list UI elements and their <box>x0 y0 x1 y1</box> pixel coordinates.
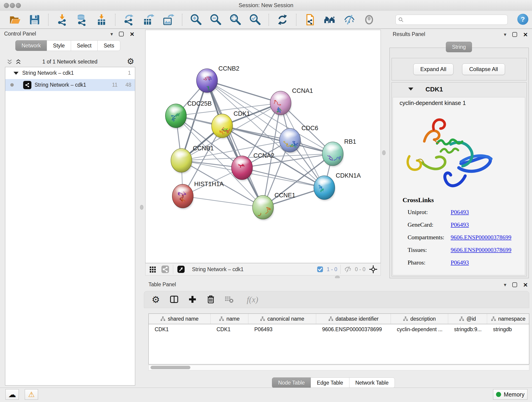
left-splitter-grip[interactable] <box>140 205 143 210</box>
column-header-canonical-name[interactable]: canonical name <box>248 314 316 324</box>
zoom-selected-button[interactable] <box>249 13 261 26</box>
results-panel-float-icon[interactable] <box>512 32 517 37</box>
node-CCNE1[interactable] <box>253 196 274 223</box>
table-cell[interactable]: stringdb:9... <box>448 324 487 334</box>
tab-string[interactable]: String <box>446 42 472 52</box>
delete-column-button[interactable] <box>206 294 216 305</box>
import-table-button[interactable] <box>95 13 108 26</box>
export-table-button[interactable] <box>143 13 155 26</box>
search-field[interactable] <box>395 15 508 25</box>
crosslink-link[interactable]: P06493 <box>451 209 469 216</box>
table-panel-close-icon[interactable]: ✕ <box>523 283 528 287</box>
expand-all-button[interactable]: Expand All <box>413 64 453 75</box>
network-options-gear-icon[interactable]: ⚙ <box>127 57 134 65</box>
node-CCNA1[interactable] <box>270 91 291 116</box>
share-document-button[interactable] <box>304 13 316 26</box>
right-splitter-grip[interactable] <box>382 150 386 155</box>
tab-sets[interactable]: Sets <box>97 40 120 51</box>
memory-button[interactable]: Memory <box>493 389 527 400</box>
table-cell[interactable]: CDK1 <box>210 324 248 334</box>
table-cell[interactable]: CDK1 <box>149 324 210 334</box>
zoom-out-button[interactable] <box>209 13 222 26</box>
browser-home-button[interactable] <box>323 13 336 26</box>
column-header-@id[interactable]: @id <box>448 314 487 324</box>
node-CCNA2[interactable] <box>231 156 253 181</box>
control-panel-float-icon[interactable] <box>119 32 124 36</box>
tab-network[interactable]: Network <box>15 40 47 51</box>
control-panel-close-icon[interactable]: ✕ <box>130 32 134 36</box>
table-row[interactable]: CDK1CDK1P064939606.ENSP00000378699cyclin… <box>149 324 529 334</box>
results-panel-collapse-icon[interactable]: ▾ <box>504 32 506 37</box>
network-row[interactable]: String Network – cdk1 11 48 <box>5 79 135 91</box>
search-input[interactable] <box>404 15 507 24</box>
node-RB1[interactable] <box>322 142 343 167</box>
edge-HIST1H1A-CCNE1[interactable] <box>183 196 263 207</box>
table-options-gear-button[interactable]: ⚙ <box>151 294 161 305</box>
table-cell[interactable]: 9606.ENSP00000378699 <box>316 324 391 334</box>
zoom-in-button[interactable] <box>190 13 202 26</box>
collection-expand-icon[interactable] <box>13 72 19 75</box>
view-grid-button[interactable] <box>148 265 157 274</box>
scrollbar-thumb[interactable] <box>151 366 190 369</box>
import-network-database-button[interactable] <box>76 13 88 26</box>
zoom-fit-button[interactable] <box>229 13 241 26</box>
export-image-button[interactable] <box>162 13 175 26</box>
node-HIST1H1A[interactable] <box>172 184 194 209</box>
crosslink-link[interactable]: 9606.ENSP00000378699 <box>451 234 511 241</box>
column-header-namespace[interactable]: namespace <box>487 314 529 324</box>
table-horizontal-scrollbar[interactable] <box>148 365 529 370</box>
save-session-button[interactable] <box>28 13 41 26</box>
zoom-out-icon <box>209 13 222 26</box>
node-CDKN1A[interactable] <box>314 176 335 201</box>
control-panel-collapse-icon[interactable]: ▾ <box>110 32 113 36</box>
network-collection-row[interactable]: String Network – cdk1 1 <box>5 67 135 79</box>
column-header-name[interactable]: name <box>210 314 248 324</box>
tab-style[interactable]: Style <box>47 40 71 51</box>
help-button[interactable]: ? <box>517 14 528 25</box>
tab-edge-table[interactable]: Edge Table <box>311 377 349 388</box>
create-column-button[interactable] <box>187 294 198 305</box>
column-header-shared-name[interactable]: shared name <box>149 314 210 324</box>
refresh-button[interactable] <box>276 13 289 26</box>
edge-CCNB2-CCNA1[interactable] <box>207 81 280 103</box>
table-panel-collapse-icon[interactable]: ▾ <box>504 283 506 287</box>
column-header-database-identifier[interactable]: database identifier <box>316 314 391 324</box>
crosslink-link[interactable]: 9606.ENSP00000378699 <box>451 247 511 254</box>
show-columns-button[interactable] <box>169 294 179 305</box>
tab-select[interactable]: Select <box>71 40 98 51</box>
tab-node-table[interactable]: Node Table <box>272 377 311 388</box>
open-session-button[interactable] <box>9 13 21 26</box>
view-share-button[interactable] <box>161 265 170 274</box>
delete-table-button[interactable] <box>224 294 234 305</box>
table-panel-float-icon[interactable] <box>512 282 517 287</box>
gene-section-header[interactable]: CDK1 <box>392 83 526 97</box>
eye-slash-button[interactable] <box>343 13 355 26</box>
results-panel-close-icon[interactable]: ✕ <box>523 32 528 37</box>
gene-collapse-icon[interactable] <box>408 88 413 90</box>
crosslink-link[interactable]: P06493 <box>451 221 469 228</box>
import-network-file-button[interactable] <box>56 13 68 26</box>
function-builder-button[interactable]: f(x) <box>242 294 263 305</box>
selected-checkbox-icon[interactable] <box>317 266 323 273</box>
table-cell[interactable]: P06493 <box>248 324 316 334</box>
edge-CCNB2-CCNE1[interactable] <box>207 81 263 207</box>
network-graph[interactable]: CCNB2CCNA1CDC25BCDK1CDC6RB1CCNB1CCNA2CDK… <box>146 30 380 263</box>
warnings-button[interactable]: ⚠ <box>25 389 38 400</box>
table-cell[interactable]: cyclin-dependent ... <box>391 324 448 334</box>
export-network-button[interactable] <box>123 13 135 26</box>
fit-selected-crosshair-button[interactable] <box>369 265 378 274</box>
import-network-database-icon <box>76 13 88 26</box>
node-CCNB2[interactable] <box>196 69 218 94</box>
tab-network-table[interactable]: Network Table <box>349 377 395 388</box>
network-canvas[interactable]: CCNB2CCNA1CDC25BCDK1CDC6RB1CCNB1CCNA2CDK… <box>145 30 381 263</box>
lens-button[interactable] <box>363 13 375 26</box>
node-CDC25B[interactable] <box>165 104 187 129</box>
table-cell[interactable]: stringdb <box>487 324 529 334</box>
node-CCNB1[interactable] <box>171 148 192 173</box>
collapse-all-button[interactable]: Collapse All <box>462 64 505 75</box>
column-header-description[interactable]: description <box>391 314 448 324</box>
node-CDK1[interactable] <box>211 114 233 139</box>
birdseye-view-button[interactable] <box>177 265 186 274</box>
cloud-status-button[interactable]: ☁ <box>6 389 19 400</box>
crosslink-link[interactable]: P06493 <box>451 259 469 266</box>
